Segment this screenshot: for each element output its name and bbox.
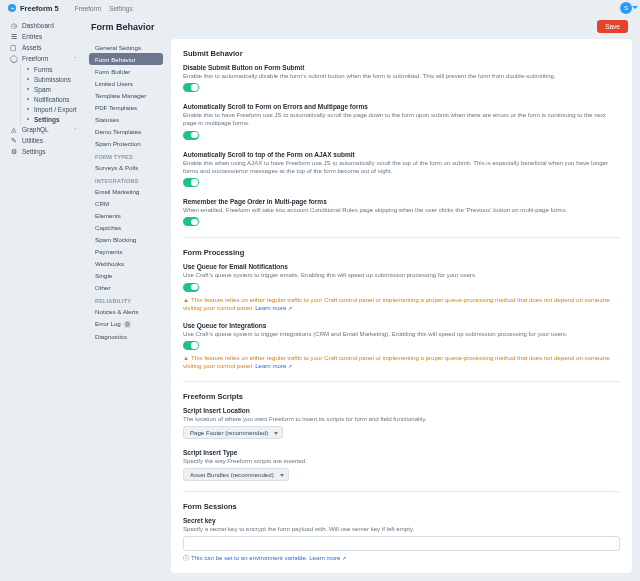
setting-script-insert-location: Script Insert Location The location of w…: [183, 407, 620, 439]
setting-script-insert-type: Script Insert Type Specify the way Freef…: [183, 449, 620, 481]
nav-entries[interactable]: ☰Entries: [6, 31, 81, 42]
section-submit-behavior: Submit Behavior Disable Submit Button on…: [183, 49, 620, 227]
nav2-webhooks[interactable]: Webhooks: [89, 257, 163, 269]
app-logo: ⌁: [8, 4, 16, 12]
nav2-captchas[interactable]: Captchas: [89, 221, 163, 233]
nav2-form-behavior[interactable]: Form Behavior: [89, 53, 163, 65]
cat-integrations: INTEGRATIONS: [89, 173, 163, 185]
nav2-crm[interactable]: CRM: [89, 197, 163, 209]
nav2-template-manager[interactable]: Template Manager: [89, 89, 163, 101]
wrench-icon: ✎: [10, 137, 17, 144]
input-secret-key[interactable]: [183, 536, 620, 551]
page-header: Form Behavior Save: [87, 18, 632, 39]
nav2-diagnostics[interactable]: Diagnostics: [89, 330, 163, 342]
nav2-surveys-polls[interactable]: Surveys & Polls: [89, 161, 163, 173]
nav2-statuses[interactable]: Statuses: [89, 113, 163, 125]
plugin-icon: ◯: [10, 55, 17, 62]
chevron-up-icon: ˄: [74, 56, 77, 62]
nav2-email-marketing[interactable]: Email Marketing: [89, 185, 163, 197]
queue-warning: ▲This feature relies on either regular t…: [183, 354, 620, 370]
list-icon: ☰: [10, 33, 17, 40]
toggle-scroll-ajax[interactable]: [183, 178, 199, 187]
nav2-limited-users[interactable]: Limited Users: [89, 77, 163, 89]
env-hint: ⓘThis can be set to an environment varia…: [183, 554, 620, 563]
toggle-remember-page[interactable]: [183, 217, 199, 226]
topbar: ⌁ Freeform 5 Freeform Settings S: [0, 0, 640, 16]
setting-scroll-errors: Automatically Scroll to Form on Errors a…: [183, 103, 620, 140]
subnav-import-export[interactable]: Import / Export: [27, 104, 81, 114]
nav-graphql[interactable]: ◬GraphQL˅: [6, 124, 81, 135]
nav-freeform[interactable]: ◯Freeform˄: [6, 53, 81, 64]
info-icon: ⓘ: [183, 554, 189, 561]
nav2-other[interactable]: Other: [89, 281, 163, 293]
nav2-demo-templates[interactable]: Demo Templates: [89, 125, 163, 137]
nav-freeform-sub: Forms Submissions Spam Notifications Imp…: [20, 64, 81, 124]
learn-more-link[interactable]: Learn more: [255, 362, 292, 369]
nav-utilities[interactable]: ✎Utilities: [6, 135, 81, 146]
toggle-queue-emails[interactable]: [183, 283, 199, 292]
setting-disable-submit: Disable Submit Button on Form Submit Ena…: [183, 64, 620, 93]
cat-reliability: RELIABILITY: [89, 293, 163, 305]
nav2-notices-alerts[interactable]: Notices & Alerts: [89, 305, 163, 317]
brand: ⌁ Freeform 5: [8, 4, 59, 13]
content-card: Submit Behavior Disable Submit Button on…: [171, 39, 632, 573]
gear-icon: ⚙: [10, 148, 17, 155]
nav2-general-settings[interactable]: General Settings: [89, 41, 163, 53]
select-script-type[interactable]: Asset Bundles (recommended): [183, 468, 289, 481]
section-heading: Form Processing: [183, 248, 620, 257]
nav2-spam-protection[interactable]: Spam Protection: [89, 137, 163, 149]
section-heading: Form Sessions: [183, 502, 620, 511]
subnav-spam[interactable]: Spam: [27, 84, 81, 94]
learn-more-link[interactable]: Learn more: [255, 304, 292, 311]
learn-more-link[interactable]: Learn more: [309, 554, 346, 561]
setting-queue-emails: Use Queue for Email Notifications Use Cr…: [183, 263, 620, 312]
section-freeform-scripts: Freeform Scripts Script Insert Location …: [183, 392, 620, 481]
user-menu[interactable]: S: [620, 2, 632, 14]
settings-sidebar: General Settings Form Behavior Form Buil…: [87, 39, 165, 573]
breadcrumb-item[interactable]: Settings: [109, 5, 133, 12]
image-icon: ▢: [10, 44, 17, 51]
primary-sidebar: ◷Dashboard ☰Entries ▢Assets ◯Freeform˄ F…: [0, 16, 85, 581]
divider: [183, 491, 620, 492]
breadcrumb-item[interactable]: Freeform: [75, 5, 101, 12]
setting-remember-page: Remember the Page Order in Multi-page fo…: [183, 198, 620, 227]
nav2-single[interactable]: Single: [89, 269, 163, 281]
nav2-elements[interactable]: Elements: [89, 209, 163, 221]
subnav-forms[interactable]: Forms: [27, 64, 81, 74]
subnav-notifications[interactable]: Notifications: [27, 94, 81, 104]
gauge-icon: ◷: [10, 22, 17, 29]
section-form-processing: Form Processing Use Queue for Email Noti…: [183, 248, 620, 370]
subnav-settings[interactable]: Settings: [27, 114, 81, 124]
nav2-payments[interactable]: Payments: [89, 245, 163, 257]
section-heading: Submit Behavior: [183, 49, 620, 58]
nav2-form-builder[interactable]: Form Builder: [89, 65, 163, 77]
select-script-location[interactable]: Page Footer (recommended): [183, 426, 283, 439]
page-title: Form Behavior: [91, 22, 155, 32]
subnav-submissions[interactable]: Submissions: [27, 74, 81, 84]
save-button[interactable]: Save: [597, 20, 628, 33]
nav-dashboard[interactable]: ◷Dashboard: [6, 20, 81, 31]
cat-form-types: FORM TYPES: [89, 149, 163, 161]
error-log-badge: 0: [124, 321, 131, 328]
queue-warning: ▲This feature relies on either regular t…: [183, 296, 620, 312]
chevron-down-icon: ˅: [74, 127, 77, 133]
section-heading: Freeform Scripts: [183, 392, 620, 401]
app-title: Freeform 5: [20, 4, 59, 13]
nav-settings[interactable]: ⚙Settings: [6, 146, 81, 157]
toggle-disable-submit[interactable]: [183, 83, 199, 92]
divider: [183, 381, 620, 382]
nav2-error-log[interactable]: Error Log0: [89, 317, 163, 330]
nav-assets[interactable]: ▢Assets: [6, 42, 81, 53]
toggle-scroll-errors[interactable]: [183, 131, 199, 140]
divider: [183, 237, 620, 238]
toggle-queue-integrations[interactable]: [183, 341, 199, 350]
section-form-sessions: Form Sessions Secret key Specify a secre…: [183, 502, 620, 563]
setting-secret-key: Secret key Specify a secret key to encry…: [183, 517, 620, 563]
warning-icon: ▲: [183, 296, 189, 303]
nav2-spam-blocking[interactable]: Spam Blocking: [89, 233, 163, 245]
breadcrumb: Freeform Settings: [75, 5, 133, 12]
setting-queue-integrations: Use Queue for Integrations Use Craft's q…: [183, 322, 620, 371]
warning-icon: ▲: [183, 354, 189, 361]
setting-scroll-ajax: Automatically Scroll to top of the Form …: [183, 151, 620, 188]
nav2-pdf-templates[interactable]: PDF Templates: [89, 101, 163, 113]
